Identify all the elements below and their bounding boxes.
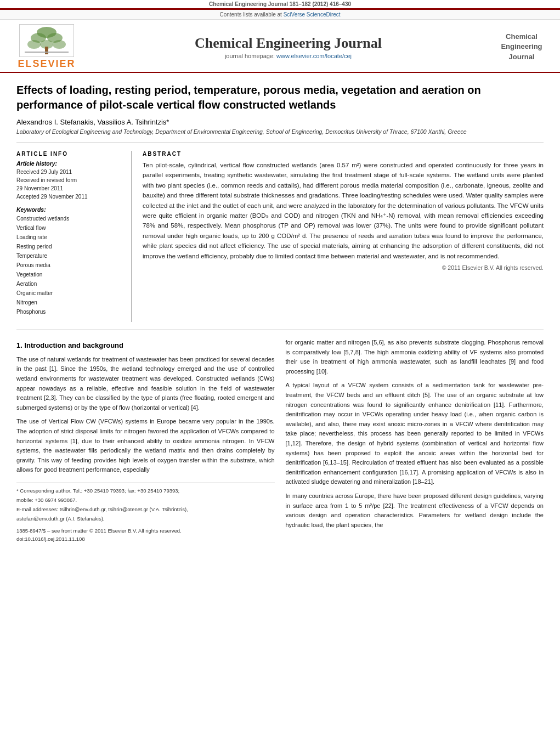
keyword-5: Temperature (16, 251, 123, 261)
footnote-4: astefan@env.duth.gr (A.I. Stefanakis). (16, 514, 275, 523)
page: Chemical Engineering Journal 181–182 (20… (0, 0, 560, 741)
article-content: Effects of loading, resting period, temp… (0, 73, 560, 553)
accepted-date: Accepted 29 November 2011 (16, 193, 123, 201)
journal-logo-right: ChemicalEngineeringJournal (494, 32, 549, 62)
received-date: Received 29 July 2011 (16, 168, 123, 176)
elsevier-wordmark: ELSEVIER (18, 58, 75, 70)
article-divider (16, 143, 544, 143)
sciverse-label: Contents lists available at (219, 12, 281, 18)
journal-title: Chemical Engineering Journal (93, 35, 483, 52)
sciverse-link[interactable]: SciVerse ScienceDirect (284, 12, 341, 18)
footnote-5: 1385-8947/$ – see front matter © 2011 El… (16, 527, 275, 535)
body-content: 1. Introduction and background The use o… (16, 338, 544, 543)
journal-logo-right-text: ChemicalEngineeringJournal (501, 32, 542, 60)
body-para-2: The use of Vertical Flow CW (VFCWs) syst… (16, 417, 275, 475)
keyword-6: Porous media (16, 261, 123, 270)
copyright-text: © 2011 Elsevier B.V. All rights reserved… (143, 264, 544, 271)
footnote-2: mobile: +30 6974 993867. (16, 496, 275, 504)
journal-homepage-label: journal homepage: (225, 53, 275, 59)
article-title: Effects of loading, resting period, temp… (16, 83, 544, 112)
keywords-section: Keywords: Constructed wetlands Vertical … (16, 206, 123, 316)
article-history: Article history: Received 29 July 2011 R… (16, 160, 123, 201)
svg-point-4 (27, 40, 41, 49)
elsevier-tree-image (19, 24, 74, 57)
article-info-panel: ARTICLE INFO Article history: Received 2… (16, 151, 132, 322)
footnote-3: E-mail addresses: tsilhrin@env.duth.gr, … (16, 505, 275, 513)
abstract-label: ABSTRACT (143, 151, 544, 157)
journal-banner: ELSEVIER Chemical Engineering Journal jo… (0, 20, 560, 73)
body-right-col: for organic matter and nitrogen [5,6], a… (286, 338, 544, 543)
abstract-paragraph: Ten pilot-scale, cylindrical, vertical f… (143, 160, 544, 261)
journal-ref-text: Chemical Engineering Journal 181–182 (20… (209, 1, 351, 7)
body-para-1: The use of natural wetlands for treatmen… (16, 355, 275, 413)
keywords-list: Constructed wetlands Vertical flow Loadi… (16, 214, 123, 316)
sciverse-bar: Contents lists available at SciVerse Sci… (0, 10, 560, 20)
keyword-11: Phosphorus (16, 307, 123, 316)
affiliation: Laboratory of Ecological Engineering and… (16, 128, 544, 135)
keyword-1: Constructed wetlands (16, 214, 123, 223)
keyword-8: Aeration (16, 279, 123, 289)
svg-rect-8 (25, 52, 69, 53)
authors-line: Alexandros I. Stefanakis, Vassilios A. T… (16, 118, 544, 126)
body-right-para-2: A typical layout of a VFCW system consis… (286, 381, 544, 487)
received-revised: Received in revised form29 November 2011 (16, 176, 123, 193)
journal-homepage-link[interactable]: www.elsevier.com/locate/cej (276, 53, 352, 59)
footnotes: * Corresponding author. Tel.: +30 25410 … (16, 483, 275, 543)
article-info-abstract: ARTICLE INFO Article history: Received 2… (16, 151, 544, 322)
authors-text: Alexandros I. Stefanakis, Vassilios A. T… (16, 118, 169, 126)
history-label: Article history: (16, 160, 123, 167)
keyword-10: Nitrogen (16, 298, 123, 307)
keyword-9: Organic matter (16, 289, 123, 298)
svg-rect-7 (45, 47, 48, 54)
svg-point-6 (53, 40, 66, 49)
body-right-para-1: for organic matter and nitrogen [5,6], a… (286, 338, 544, 376)
body-right-para-3: In many countries across Europe, there h… (286, 491, 544, 530)
body-left-col: 1. Introduction and background The use o… (16, 338, 275, 543)
keyword-2: Vertical flow (16, 223, 123, 233)
journal-ref-bar: Chemical Engineering Journal 181–182 (20… (0, 0, 560, 8)
keyword-7: Vegetation (16, 270, 123, 279)
article-info-label: ARTICLE INFO (16, 151, 123, 157)
abstract-text: Ten pilot-scale, cylindrical, vertical f… (143, 160, 544, 261)
keywords-label: Keywords: (16, 206, 123, 213)
section1-heading: 1. Introduction and background (16, 340, 275, 352)
footnote-6: doi:10.1016/j.cej.2011.11.108 (16, 535, 275, 543)
journal-homepage: journal homepage: www.elsevier.com/locat… (93, 53, 483, 59)
abstract-panel: ABSTRACT Ten pilot-scale, cylindrical, v… (143, 151, 544, 322)
elsevier-logo: ELSEVIER (11, 24, 82, 70)
footnote-1: * Corresponding author. Tel.: +30 25410 … (16, 487, 275, 495)
keyword-4: Resting period (16, 242, 123, 251)
keyword-3: Loading rate (16, 233, 123, 242)
body-divider (16, 330, 544, 330)
journal-center: Chemical Engineering Journal journal hom… (82, 35, 494, 59)
